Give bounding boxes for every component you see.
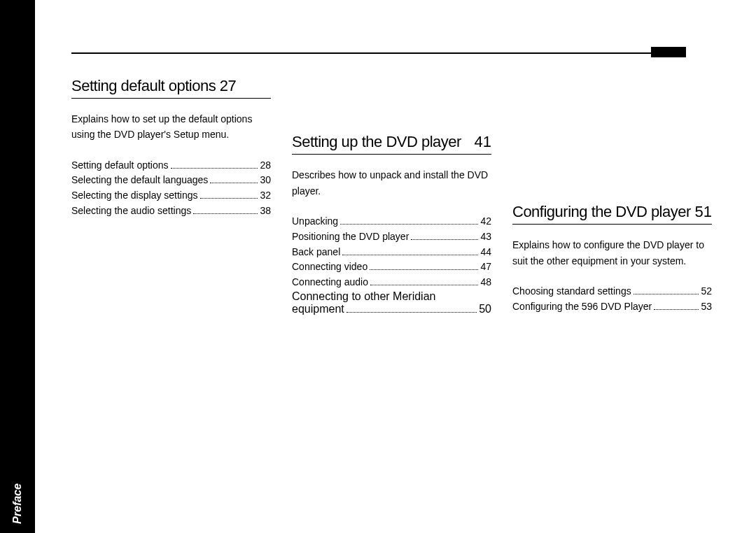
toc-dots <box>370 285 478 285</box>
toc-entry: Configuring the 596 DVD Player 53 <box>512 299 712 315</box>
section-header: Setting default options 27 <box>71 77 271 99</box>
toc-label: Positioning the DVD player <box>292 229 409 245</box>
sidebar: iv Preface <box>0 0 35 533</box>
toc-page: 50 <box>479 303 491 315</box>
toc-page: 28 <box>260 158 271 173</box>
page-content: Setting default options 27 Explains how … <box>35 0 756 533</box>
toc-label: Configuring the 596 DVD Player <box>512 299 652 315</box>
toc-entry: Connecting audio 48 <box>292 275 491 290</box>
toc-label-continuation: equipment <box>292 303 344 315</box>
toc-dots <box>370 269 478 270</box>
toc-page: 38 <box>260 204 271 219</box>
section-description: Explains how to set up the default optio… <box>71 111 271 143</box>
toc-page: 44 <box>480 245 491 260</box>
toc-entry: Connecting video 47 <box>292 260 491 275</box>
section-header: Setting up the DVD player 41 <box>292 133 491 155</box>
toc-label: Setting default options <box>71 158 169 173</box>
toc-entry: Choosing standard settings 52 <box>512 284 712 299</box>
toc-label: Selecting the audio settings <box>71 204 191 219</box>
toc-page: 52 <box>701 284 712 299</box>
toc-page: 47 <box>480 260 491 275</box>
toc-dots <box>634 294 699 294</box>
toc-label: Connecting to other Meridian <box>292 290 491 303</box>
toc-dots <box>411 239 478 240</box>
toc-page: 43 <box>480 229 491 245</box>
toc-label: Back panel <box>292 245 340 260</box>
toc-dots <box>193 213 258 214</box>
toc-label: Connecting audio <box>292 275 368 290</box>
sidebar-section-name: Preface <box>11 483 23 524</box>
toc-page: 53 <box>701 299 712 315</box>
toc-dots <box>342 255 478 255</box>
toc-page: 32 <box>260 188 271 204</box>
toc-column-2: Setting up the DVD player 41 Describes h… <box>292 77 491 315</box>
toc-dots <box>346 312 477 313</box>
toc-dots <box>210 183 258 183</box>
toc-entry: Positioning the DVD player 43 <box>292 229 491 245</box>
section-header: Configuring the DVD player 51 <box>512 203 712 225</box>
toc-entry: Back panel 44 <box>292 245 491 260</box>
toc-page: 30 <box>260 173 271 188</box>
toc-label: Choosing standard settings <box>512 284 631 299</box>
toc-dots <box>171 168 258 169</box>
toc-entry: Selecting the display settings 32 <box>71 188 271 204</box>
section-title: Setting up the DVD player <box>292 133 461 151</box>
toc-dots <box>200 198 258 199</box>
toc-page: 42 <box>480 214 491 229</box>
section-description: Describes how to unpack and install the … <box>292 167 491 199</box>
toc-dots <box>654 309 699 310</box>
section-title: Configuring the DVD player <box>512 203 691 221</box>
toc-entry: Connecting to other Meridian equipment 5… <box>292 290 491 315</box>
toc-column-1: Setting default options 27 Explains how … <box>71 77 271 315</box>
toc-entry: Selecting the audio settings 38 <box>71 204 271 219</box>
toc-label: Connecting video <box>292 260 368 275</box>
toc-label: Selecting the display settings <box>71 188 198 204</box>
toc-page: 48 <box>480 275 491 290</box>
toc-entry: Unpacking 42 <box>292 214 491 229</box>
section-title: Setting default options <box>71 77 216 94</box>
toc-dots <box>340 224 478 225</box>
toc-column-3: Configuring the DVD player 51 Explains h… <box>512 77 712 315</box>
toc-entry: Setting default options 28 <box>71 158 271 173</box>
toc-entry: Selecting the default languages 30 <box>71 173 271 188</box>
sidebar-label: iv Preface <box>11 483 24 533</box>
section-description: Explains how to configure the DVD player… <box>512 237 712 269</box>
section-page: 27 <box>220 77 236 94</box>
section-page: 41 <box>475 133 491 151</box>
section-page: 51 <box>695 203 712 221</box>
toc-label: Unpacking <box>292 214 338 229</box>
toc-label: Selecting the default languages <box>71 173 208 188</box>
